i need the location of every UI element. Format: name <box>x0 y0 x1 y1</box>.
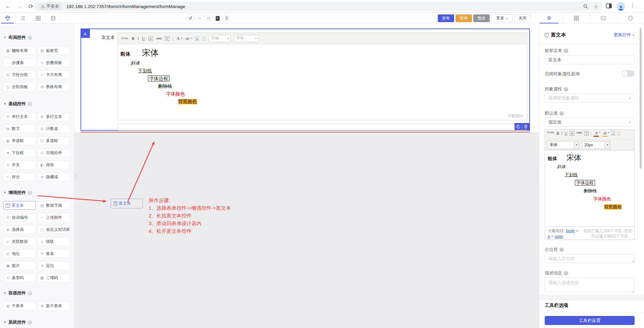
browser-profile-avatar[interactable] <box>616 2 625 11</box>
font-color-icon[interactable]: A <box>176 36 179 41</box>
bold-icon[interactable]: B <box>131 36 135 41</box>
font-size-select[interactable]: 字号 ▾ <box>234 35 259 42</box>
url-text[interactable]: 192.168.1.202:7357/iform/#/formManagemen… <box>66 4 583 9</box>
bold-icon[interactable]: B <box>556 131 559 136</box>
bookmark-star-icon[interactable]: ☆ <box>594 3 598 10</box>
tab-outline[interactable] <box>15 13 31 23</box>
copy-widget-button[interactable] <box>515 123 522 130</box>
caret-down-icon[interactable]: ▾ <box>608 131 609 134</box>
font-border-icon[interactable]: A <box>570 131 574 136</box>
inline-style-icon[interactable]: a <box>611 131 615 136</box>
browser-forward-icon[interactable]: → <box>15 2 23 10</box>
rich-text-editor[interactable]: HTML B I U A ABC T | A ▾ ab ▾ a ▢ 字体 <box>117 32 527 120</box>
sidebar-item-split-panel[interactable]: ◫分割面板 <box>3 82 36 91</box>
section-header-basic[interactable]: ▼ 基础控件 ! <box>3 101 32 107</box>
zoom-icon[interactable] <box>583 4 588 9</box>
address-bar[interactable]: ⚠ 不安全 192.168.1.202:7357/iform/#/formMan… <box>34 2 602 11</box>
tab-field-list[interactable] <box>590 13 617 23</box>
sidebar-item-qrcode[interactable]: ▩二维码 <box>38 273 70 282</box>
font-size-select[interactable]: 20px ▾ <box>582 141 610 149</box>
dragged-rich-text-chip[interactable]: T 富文本 <box>111 199 143 208</box>
sidebar-item-related-data[interactable]: ∞关联数据 <box>3 237 36 246</box>
path-span-link[interactable]: span <box>554 234 563 239</box>
caret-down-icon[interactable]: ▾ <box>599 131 600 134</box>
sidebar-item-switch[interactable]: ⊙开关 <box>3 160 36 169</box>
sidebar-item-upload[interactable]: ↑上传附件 <box>38 213 70 222</box>
sidebar-item-step-bar[interactable]: ⋯步骤条 <box>3 58 36 67</box>
sidebar-item-auto-number[interactable]: ☰自动编号 <box>3 213 36 222</box>
undo-button[interactable]: ↺ <box>186 14 195 22</box>
sidebar-item-counter[interactable]: ⊟计数器 <box>38 124 70 133</box>
strikethrough-icon[interactable]: ABC <box>156 37 162 40</box>
sidebar-item-custom-dialog[interactable]: ▢自定义对话框 <box>38 225 70 234</box>
default-value-rich-editor[interactable]: HTML B I U A ABC T | A ▾ ab ▾ a ▢ 宋体 ▾ <box>545 129 635 240</box>
label-text-input[interactable] <box>545 55 635 64</box>
sidebar-item-multi-line-text[interactable]: ≣多行文本 <box>38 112 70 121</box>
preview-button[interactable]: 预览 <box>473 14 490 22</box>
redo-button[interactable]: ↻ <box>195 14 204 22</box>
format-paste-icon[interactable]: T <box>584 131 589 136</box>
toolbar-settings-button[interactable]: 工具栏设置 <box>545 316 635 325</box>
tab-datasource[interactable] <box>46 13 61 23</box>
font-border-icon[interactable]: A <box>148 36 153 41</box>
description-textarea[interactable] <box>545 277 635 292</box>
default-value-select[interactable]: 固定值 ∨ <box>545 118 635 127</box>
sidebar-item-data-dict[interactable]: ▤数据字典 <box>38 201 70 210</box>
sidebar-item-select[interactable]: ▼下拉框 <box>3 148 36 157</box>
collapse-right-handle[interactable]: › <box>535 173 537 178</box>
tab-widgets[interactable] <box>0 13 15 23</box>
sidebar-item-hidden-field[interactable]: ⊘隐藏域 <box>38 173 70 181</box>
side-panel-icon[interactable] <box>606 3 612 8</box>
font-color-icon[interactable]: A <box>594 131 599 137</box>
tab-widget-settings[interactable]: ⚙ <box>536 13 562 23</box>
more-button[interactable]: 更多 ∨ <box>491 14 513 22</box>
sidebar-item-rate[interactable]: ☆评分 <box>3 173 36 181</box>
italic-icon[interactable]: I <box>138 36 139 41</box>
format-paste-icon[interactable]: T <box>165 36 169 41</box>
path-p-link[interactable]: p <box>548 234 550 239</box>
sidebar-item-barcode[interactable]: ‖条形码 <box>3 273 36 282</box>
browser-menu-icon[interactable]: ⋮ <box>629 2 636 8</box>
sidebar-item-checkbox[interactable]: ☑多选框 <box>38 136 70 145</box>
enable-object-attr-toggle[interactable] <box>622 70 635 77</box>
sidebar-item-slider[interactable]: ◧滑块 <box>38 160 70 169</box>
bg-color-icon[interactable]: ab <box>185 37 190 41</box>
html-source-icon[interactable]: HTML <box>547 131 554 134</box>
sidebar-item-rich-text[interactable]: T富文本 <box>3 201 36 210</box>
delete-button[interactable] <box>222 14 231 22</box>
font-family-select[interactable]: 字体 ▾ <box>209 35 231 42</box>
tab-form-settings[interactable] <box>563 13 590 23</box>
sidebar-item-location[interactable]: ✛定位 <box>38 261 70 270</box>
font-family-select[interactable]: 宋体 ▾ <box>547 141 579 149</box>
caret-down-icon[interactable]: ▾ <box>191 37 192 40</box>
inline-style-icon[interactable]: a <box>195 36 199 41</box>
underline-icon[interactable]: U <box>565 131 568 136</box>
bg-color-icon[interactable]: ab <box>602 131 607 137</box>
publish-button[interactable]: 发布 <box>438 14 454 22</box>
html-source-icon[interactable]: HTML <box>121 37 128 40</box>
sidebar-item-number[interactable]: №数字 <box>3 124 36 133</box>
object-attr-select[interactable]: 请绑定对象属性 ∨ <box>545 93 635 103</box>
sidebar-item-grid-layout[interactable]: ▦栅格布局 <box>3 46 36 55</box>
sidebar-item-date[interactable]: ◷日期控件 <box>38 148 70 157</box>
sidebar-item-card-layout[interactable]: ▱卡片布局 <box>38 70 70 79</box>
section-header-layout[interactable]: ▼ 布局控件 ! <box>3 35 32 41</box>
rich-text-content[interactable]: 粗体宋体 斜体 下划线 字体边框 删除线 字体颜色 背景颜色 <box>548 154 633 211</box>
caret-down-icon[interactable]: ▾ <box>181 37 182 40</box>
underline-icon[interactable]: U <box>142 36 145 41</box>
section-header-system[interactable]: ▼ 系统控件 ! <box>3 319 32 325</box>
path-body-link[interactable]: body <box>566 228 575 233</box>
new-doc-icon[interactable]: ▢ <box>617 131 621 136</box>
save-draft-button[interactable]: 暂存 <box>455 14 472 22</box>
resize-handle-icon[interactable]: ◢ <box>632 290 634 293</box>
drag-move-handle[interactable]: ↔ ↕ <box>80 28 90 38</box>
panel-scrollbar[interactable] <box>640 28 642 169</box>
browser-back-icon[interactable]: ← <box>4 2 12 10</box>
clear-form-button[interactable]: ✕ <box>213 14 222 22</box>
sidebar-item-cascade[interactable]: ∝级联 <box>38 237 70 246</box>
new-doc-icon[interactable]: ▢ <box>202 36 206 41</box>
sidebar-item-collapse-panel[interactable]: ≡折叠面板 <box>38 58 70 67</box>
section-header-enhanced[interactable]: ▼ 增强控件 ! <box>3 190 32 196</box>
form-designer-canvas[interactable]: ↔ ↕ 富文本 HTML B I U A ABC T | A ▾ ab ▾ <box>74 23 539 328</box>
sidebar-item-table-layout[interactable]: ⊞表格布局 <box>38 82 70 91</box>
